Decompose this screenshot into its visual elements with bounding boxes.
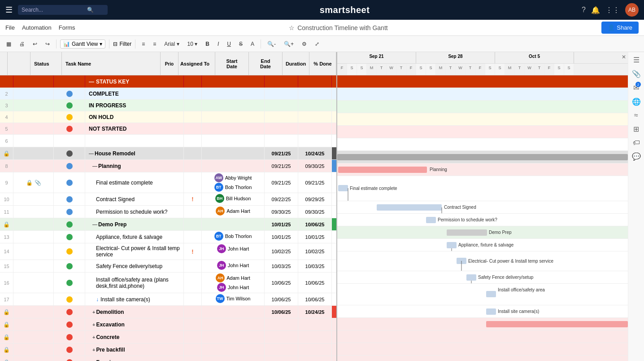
table-row[interactable]: 14 Electrical- Cut power & Install temp … [0,243,336,260]
underline-btn[interactable]: U [224,40,234,48]
help-icon[interactable]: ? [582,6,586,14]
grid-icon[interactable]: ▦ [4,40,14,48]
search-input[interactable] [22,7,84,13]
right-align-icon[interactable]: ≡ [150,40,159,48]
side-panel-icon-8[interactable]: 💬 [632,152,641,161]
side-panel-icon-2[interactable]: 📎 [632,70,641,78]
gantt-row-section [337,151,628,163]
table-row: — STATUS KEY [0,75,336,88]
undo-icon[interactable]: ↩ [30,40,40,48]
avatar-chip: BT Bob Thorlon [214,183,252,192]
expand-icon[interactable]: + [92,322,95,327]
settings-btn[interactable]: ⚙ [299,40,309,48]
apps-icon[interactable]: ⋮⋮ [605,6,620,14]
share-button[interactable]: 👤 Share [601,22,639,34]
expand-icon[interactable]: + [92,360,95,361]
side-panel-icon-6[interactable]: ⊞ [633,125,639,133]
gantt-row [337,113,628,126]
gantt-bar [457,258,466,264]
comment-icon[interactable]: 🔒 [26,180,33,186]
safety-fence-label: Safety Fence delivery/setup [96,263,162,269]
day-cell: S [347,64,357,75]
table-row[interactable]: 9 🔒 📎 Final estimate complete AW Abby Wr… [0,172,336,193]
gantt-bar-label: Install site camera(s) [498,309,539,314]
menu-file[interactable]: File [5,24,15,31]
search-box[interactable]: 🔍 [18,5,108,15]
status-dot [66,248,73,255]
start-date: 10/06/25 [272,280,291,286]
day-cell: M [367,64,377,75]
day-cell: F [337,64,347,75]
table-row[interactable]: 15 Safety Fence delivery/setup JH John H… [0,260,336,273]
fill-color-btn[interactable]: A [248,40,257,48]
hamburger-icon[interactable]: ☰ [5,5,13,15]
print-icon[interactable]: 🖨 [17,40,27,48]
filter-button[interactable]: ⊟ Filter [113,41,131,47]
gantt-view-button[interactable]: 📊 Gantt View ▾ [60,40,105,48]
italic-btn[interactable]: I [215,40,222,48]
complete-label: COMPLETE [89,91,119,97]
status-dot [66,163,73,169]
side-panel-icon-7[interactable]: 🏷 [633,139,640,147]
strikethrough-btn[interactable]: S [236,40,245,48]
end-date: 10/01/25 [305,234,325,240]
start-date-header-line1: Start [226,58,237,64]
gantt-bar [377,204,442,211]
expand-btn[interactable]: ⤢ [312,40,322,48]
gantt-close-button[interactable]: ✕ [622,54,626,60]
table-row[interactable]: 16 Install office/safety area (plans des… [0,273,336,293]
prebackfill-label: Pre backfill [96,347,125,353]
font-selector[interactable]: Arial ▾ [161,40,182,48]
side-panel-icon-5[interactable]: ≈ [634,111,638,119]
toolbar: ▦ 🖨 ↩ ↪ 📊 Gantt View ▾ ⊟ Filter ≡ ≡ Aria… [0,36,644,52]
expand-icon[interactable]: + [92,347,95,352]
attach-icon[interactable]: 📎 [35,180,41,186]
top-nav: ☰ 🔍 smartsheet ? 🔔 ⋮⋮ AB [0,0,644,20]
expand-icon[interactable]: + [92,335,95,340]
side-panel-icon-4[interactable]: 🌐 [632,97,641,106]
end-date: 10/02/25 [305,249,325,254]
status-dot [66,91,73,97]
user-avatar[interactable]: AB [625,3,639,17]
collapse-icon[interactable]: — [92,222,97,227]
collapse-icon[interactable]: — [89,151,94,156]
collapse-icon[interactable]: — [92,163,97,169]
expand-icon[interactable]: + [92,309,95,315]
star-icon[interactable]: ☆ [289,24,295,31]
day-cell: T [515,64,525,75]
table-row[interactable]: 17 ↓ Install site camera(s) TW Tim Wilso… [0,293,336,306]
status-key-label: STATUS KEY [96,79,129,85]
pct-done-header: % Done [313,61,331,66]
planning-label: Planning [98,163,121,169]
side-panel-icon-1[interactable]: ☰ [633,56,640,64]
row-num: 2 [5,91,8,97]
day-cell: S [357,64,367,75]
gantt-bar [486,321,628,327]
menu-automation[interactable]: Automation [22,24,52,31]
zoom-out-btn[interactable]: 🔍- [265,40,278,48]
menu-forms[interactable]: Forms [59,24,75,31]
bold-btn[interactable]: B [203,40,212,48]
gantt-header: Sep 21 Sep 28 Oct 5 F S S M T W T F S S … [337,52,628,75]
font-size[interactable]: 10 ▾ [185,40,200,48]
table-row[interactable]: 13 Appliance, fixture & salvage BT Bob T… [0,231,336,243]
appliance-label: Appliance, fixture & salvage [96,234,162,240]
gantt-row-planning: Planning [337,163,628,176]
notification-icon[interactable]: 🔔 [591,6,600,14]
assignee-name: Bob Thorlon [225,185,252,190]
assignee-name: John Hart [228,246,249,251]
filter-icon: ⊟ [113,41,117,47]
side-panel-icon-3[interactable]: ✉2 [633,84,639,92]
doc-title: ☆ Construction Timeline with Gantt [83,24,595,31]
day-cell: S [485,64,495,75]
task-name-header: Task Name [65,61,91,66]
table-row[interactable]: 11 Permission to schedule work? AH Adam … [0,206,336,218]
left-align-icon[interactable]: ≡ [139,40,148,48]
final-estimate-label: Final estimate complete [96,180,153,186]
sep1 [56,40,57,48]
zoom-in-btn[interactable]: 🔍+ [281,40,296,48]
gantt-row [337,330,628,343]
priority-icon: ! [191,196,193,203]
table-row[interactable]: 10 Contract Signed ! BH Bill Hudson 09/2… [0,193,336,206]
redo-icon[interactable]: ↪ [43,40,52,48]
